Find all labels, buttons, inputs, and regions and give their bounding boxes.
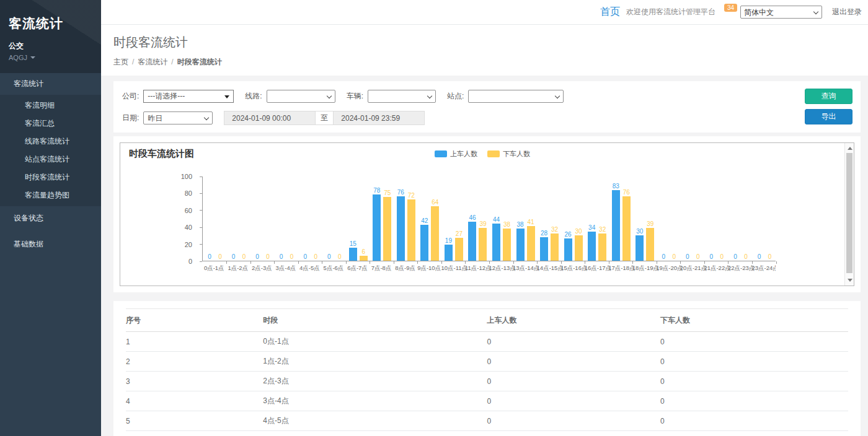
table-row: 54点-5点00	[126, 411, 848, 431]
bar-alighting	[598, 233, 606, 261]
x-tick-mark	[728, 261, 728, 264]
x-tick-mark	[537, 261, 538, 264]
bar-value-label: 15	[344, 240, 361, 247]
sidebar-item-trend-chart[interactable]: 客流量趋势图	[0, 186, 101, 204]
table-cell: 0	[487, 372, 660, 391]
date-preset-select[interactable]: 昨日	[143, 111, 213, 124]
export-button[interactable]: 导出	[805, 109, 852, 124]
org-name: 公交	[9, 41, 101, 51]
date-end-input[interactable]	[333, 111, 425, 125]
table-cell: 2点-3点	[263, 372, 487, 391]
page-title: 时段客流统计	[113, 34, 856, 51]
legend-item-boarding[interactable]: 上车人数	[435, 149, 477, 159]
table-cell: 4点-5点	[263, 411, 487, 431]
x-axis-label: 0点-1点	[202, 264, 226, 272]
y-tick-label: 80	[185, 190, 192, 197]
table-cell: 4	[126, 391, 263, 411]
org-code-dropdown[interactable]: AQGJ	[9, 54, 101, 61]
bar-value-label: 27	[450, 230, 467, 237]
breadcrumb-section[interactable]: 客流统计	[138, 58, 167, 66]
x-tick-mark	[489, 261, 490, 264]
top-bar: 首页 欢迎使用客流统计管理平台 34 简体中文 退出登录	[101, 0, 868, 25]
org-code: AQGJ	[9, 54, 27, 61]
scrollbar-thumb[interactable]	[846, 153, 852, 273]
chart-legend: 上车人数 下车人数	[120, 149, 844, 159]
scroll-down-icon[interactable]	[848, 279, 852, 282]
y-tick-label: 0	[188, 258, 192, 265]
chart-box: 时段车流统计图 上车人数 下车人数 020406080100 000000000…	[120, 142, 854, 286]
bar-value-label: 6	[355, 248, 372, 255]
home-link[interactable]: 首页	[600, 6, 620, 19]
bar-boarding	[420, 225, 428, 261]
logout-link[interactable]: 退出登录	[832, 7, 862, 17]
sidebar-item-period-stats[interactable]: 时段客流统计	[0, 168, 101, 186]
sidebar-item-station-stats[interactable]: 站点客流统计	[0, 150, 101, 168]
language-select[interactable]: 简体中文	[740, 6, 822, 19]
station-select[interactable]	[468, 90, 564, 103]
table-cell: 0	[487, 411, 660, 431]
bar-alighting	[646, 228, 654, 261]
table-row: 32点-3点00	[126, 372, 848, 391]
chart-scrollbar[interactable]	[844, 143, 854, 286]
x-tick-mark	[657, 261, 657, 264]
sidebar-item-base-data[interactable]: 基础数据	[0, 233, 101, 255]
bar-boarding	[516, 229, 525, 261]
legend-swatch-boarding	[435, 150, 447, 157]
date-start-input[interactable]	[224, 111, 316, 125]
x-tick-mark	[585, 261, 585, 264]
legend-item-alighting[interactable]: 下车人数	[487, 149, 530, 159]
y-tick-label: 20	[185, 241, 192, 248]
bar-alighting	[431, 206, 439, 261]
x-axis-label: 12点-13点	[489, 264, 513, 272]
table-body: 10点-1点0021点-2点0032点-3点0043点-4点0054点-5点00…	[126, 332, 848, 436]
sidebar-item-device-status[interactable]: 设备状态	[0, 207, 101, 229]
company-select[interactable]: ---请选择---	[143, 90, 234, 103]
x-axis-label: 17点-18点	[608, 264, 632, 272]
scroll-up-icon[interactable]	[848, 147, 852, 150]
sidebar-item-passenger-detail[interactable]: 客流明细	[0, 97, 101, 115]
table-cell: 0	[487, 352, 660, 372]
main-area: 首页 欢迎使用客流统计管理平台 34 简体中文 退出登录 时段客流统计 主页/客…	[101, 0, 868, 436]
content-area: 公司: ---请选择--- 线路: 车辆: 站点:	[101, 76, 868, 436]
legend-label-alighting: 下车人数	[503, 149, 530, 159]
bar-alighting	[503, 229, 511, 261]
sidebar-item-passenger-stats[interactable]: 客流统计	[0, 73, 101, 95]
bar-alighting	[360, 256, 368, 261]
x-tick-mark	[704, 261, 705, 264]
breadcrumb-home[interactable]: 主页	[113, 58, 128, 66]
breadcrumb-separator: /	[171, 58, 173, 66]
filter-panel: 公司: ---请选择--- 线路: 车辆: 站点:	[113, 81, 861, 133]
table-cell: 3	[126, 372, 263, 391]
bar-value-label: 72	[402, 192, 420, 199]
x-axis-label: 4点-5点	[298, 264, 322, 272]
x-axis-label: 22点-23点	[728, 264, 752, 272]
chart-y-axis: 020406080100	[120, 177, 198, 261]
x-axis-label: 15点-16点	[560, 264, 585, 272]
x-axis-label: 14点-15点	[537, 264, 561, 272]
query-button[interactable]: 查询	[805, 89, 852, 104]
x-tick-mark	[680, 261, 681, 264]
x-axis-label: 20点-21点	[680, 264, 704, 272]
table-cell: 0	[487, 431, 660, 436]
chevron-down-icon	[30, 56, 35, 59]
x-axis-label: 19点-20点	[656, 264, 680, 272]
y-tick-mark	[200, 210, 202, 211]
y-tick-mark	[200, 227, 202, 228]
x-tick-mark	[609, 261, 609, 264]
vehicle-select[interactable]	[368, 90, 436, 103]
table-cell: 2	[126, 352, 263, 372]
x-axis-label: 16点-17点	[585, 264, 609, 272]
y-tick-label: 60	[185, 207, 192, 214]
x-axis-label: 6点-7点	[345, 264, 370, 272]
bar-value-label: 76	[618, 189, 635, 196]
sidebar-item-passenger-summary[interactable]: 客流汇总	[0, 115, 101, 133]
sidebar-submenu: 客流明细 客流汇总 线路客流统计 站点客流统计 时段客流统计 客流量趋势图	[0, 95, 101, 206]
x-tick-mark	[394, 261, 394, 264]
table-row: 43点-4点00	[126, 391, 848, 411]
table-cell: 0	[487, 391, 660, 411]
station-label: 站点:	[447, 91, 464, 102]
x-axis-label: 10点-11点	[441, 264, 465, 272]
sidebar-item-line-stats[interactable]: 线路客流统计	[0, 133, 101, 150]
line-select[interactable]	[267, 90, 335, 103]
table-header-row: 序号 时段 上车人数 下车人数	[126, 309, 848, 332]
